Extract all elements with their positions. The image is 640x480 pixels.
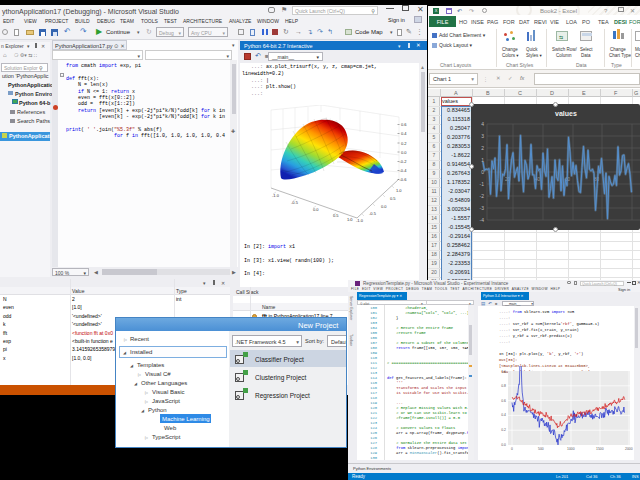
svg-text:-0.4: -0.4 (400, 168, 408, 173)
svg-text:3: 3 (481, 133, 484, 139)
svg-text:1.0: 1.0 (347, 217, 353, 222)
svg-text:0.0: 0.0 (381, 204, 387, 209)
svg-text:-0.5: -0.5 (291, 200, 299, 205)
svg-text:0.8: 0.8 (501, 384, 506, 388)
svg-text:-0.6: -0.6 (400, 177, 408, 182)
svg-text:-2: -2 (480, 193, 485, 199)
svg-text:500: 500 (538, 447, 544, 451)
svg-text:1.0: 1.0 (501, 370, 506, 374)
svg-text:4: 4 (481, 121, 484, 127)
svg-text:0.2: 0.2 (401, 141, 407, 146)
svg-text:0.0: 0.0 (501, 443, 506, 447)
svg-text:1500: 1500 (596, 447, 604, 451)
svg-text:0.6: 0.6 (501, 399, 506, 403)
svg-text:0.2: 0.2 (501, 428, 506, 432)
svg-text:0.5: 0.5 (333, 213, 339, 218)
svg-text:0.0: 0.0 (401, 150, 407, 155)
svg-text:-1.0: -1.0 (356, 218, 364, 223)
svg-text:0.6: 0.6 (401, 122, 407, 127)
svg-text:0.0: 0.0 (313, 207, 319, 212)
svg-text:0.4: 0.4 (501, 413, 506, 417)
svg-text:-4: -4 (480, 217, 485, 223)
svg-text:0.4: 0.4 (401, 131, 407, 136)
svg-text:1.0: 1.0 (396, 188, 402, 193)
svg-text:2: 2 (481, 145, 484, 151)
svg-text:-1: -1 (480, 181, 485, 187)
svg-text:0: 0 (511, 447, 513, 451)
svg-text:-0.2: -0.2 (400, 159, 408, 164)
svg-text:-1.0: -1.0 (272, 193, 280, 198)
svg-text:0.5: 0.5 (390, 196, 396, 201)
svg-text:1000: 1000 (567, 447, 575, 451)
svg-text:-0.5: -0.5 (369, 211, 377, 216)
svg-text:-3: -3 (480, 205, 485, 211)
svg-text:2000: 2000 (625, 447, 633, 451)
